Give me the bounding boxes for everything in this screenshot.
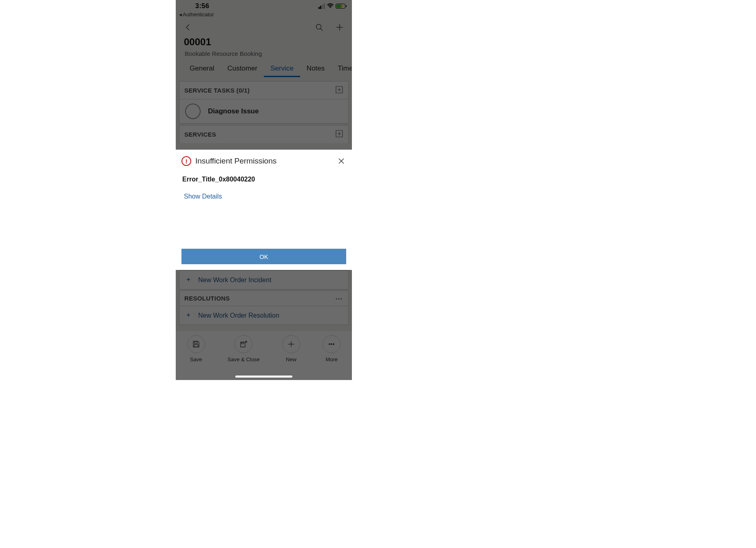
svg-rect-4 — [195, 341, 197, 343]
add-incident-button[interactable]: +New Work Order Incident — [179, 270, 348, 289]
wifi-icon — [327, 3, 334, 9]
svg-point-9 — [333, 344, 334, 345]
services-header: SERVICES — [184, 131, 216, 138]
incidents-add-row: +New Work Order Incident — [179, 270, 349, 289]
new-button[interactable]: New — [282, 335, 300, 380]
save-button[interactable]: Save — [187, 335, 205, 380]
more-button[interactable]: More — [323, 335, 340, 380]
record-title: 00001 — [176, 36, 352, 50]
phone-screen: 3:56 ⚡ Authenticator 00001 Bookable — [176, 0, 352, 380]
plus-icon — [282, 335, 300, 353]
svg-point-1 — [316, 24, 321, 29]
battery-icon: ⚡ — [336, 4, 345, 9]
content-area: SERVICE TASKS (0/1) Diagnose Issue SERVI… — [176, 77, 352, 143]
svg-point-7 — [329, 344, 330, 345]
home-indicator[interactable] — [235, 376, 292, 378]
service-tasks-panel: SERVICE TASKS (0/1) Diagnose Issue — [179, 81, 349, 124]
modal-title: Insufficient Permissions — [195, 157, 332, 166]
services-panel: SERVICES — [179, 125, 349, 143]
tab-service[interactable]: Service — [264, 62, 300, 77]
record-subtitle: Bookable Resource Booking — [176, 50, 352, 62]
ok-button[interactable]: OK — [181, 249, 346, 264]
status-bar: 3:56 ⚡ — [176, 0, 352, 11]
save-close-button[interactable]: Save & Close — [228, 335, 260, 380]
svg-point-8 — [331, 344, 332, 345]
svg-rect-6 — [241, 342, 243, 344]
service-tasks-header: SERVICE TASKS (0/1) — [184, 87, 250, 94]
more-icon — [323, 335, 340, 353]
resolutions-header: RESOLUTIONS — [184, 295, 230, 302]
task-complete-toggle[interactable] — [185, 104, 201, 119]
show-details-link[interactable]: Show Details — [182, 193, 346, 200]
svg-point-0 — [330, 7, 331, 8]
app-header — [176, 18, 352, 36]
tab-general[interactable]: General — [183, 62, 221, 77]
bottom-toolbar: Save Save & Close New More — [176, 331, 352, 380]
task-label: Diagnose Issue — [208, 107, 259, 115]
resolutions-more-icon[interactable]: ⋯ — [335, 296, 343, 301]
resolutions-panel: RESOLUTIONS ⋯ +New Work Order Resolution — [179, 290, 349, 325]
add-resolution-button[interactable]: +New Work Order Resolution — [179, 306, 348, 325]
error-modal: ! Insufficient Permissions Error_Title_0… — [176, 150, 352, 270]
status-icons: ⚡ — [318, 3, 346, 9]
add-service-task-icon[interactable] — [335, 86, 343, 95]
tab-notes[interactable]: Notes — [300, 62, 331, 77]
error-icon: ! — [181, 156, 191, 166]
tabs: General Customer Service Notes Timeline — [176, 62, 352, 77]
back-to-app-link[interactable]: Authenticator — [176, 11, 352, 18]
save-icon — [187, 335, 205, 353]
tab-timeline[interactable]: Timeline — [331, 62, 352, 77]
tab-customer[interactable]: Customer — [221, 62, 264, 77]
save-close-icon — [234, 335, 252, 353]
add-button[interactable] — [334, 22, 345, 33]
svg-rect-5 — [194, 345, 198, 347]
add-service-icon[interactable] — [335, 130, 343, 139]
service-task-row[interactable]: Diagnose Issue — [179, 99, 348, 123]
search-button[interactable] — [314, 22, 325, 33]
close-button[interactable] — [336, 156, 346, 166]
back-button[interactable] — [182, 22, 194, 33]
error-code: Error_Title_0x80040220 — [182, 176, 346, 183]
status-time: 3:56 — [195, 2, 209, 10]
signal-icon — [318, 3, 325, 9]
